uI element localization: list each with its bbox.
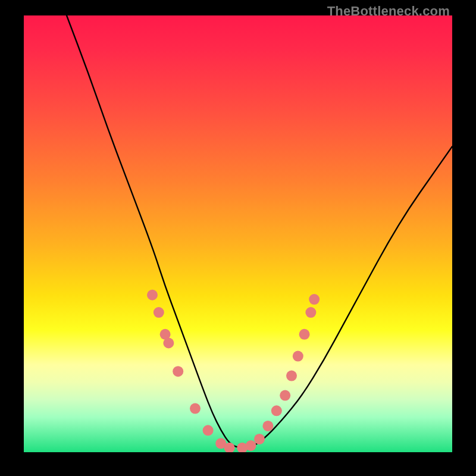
data-marker [154, 307, 164, 318]
bottleneck-curve [67, 15, 452, 448]
data-marker [309, 294, 320, 305]
data-marker [203, 425, 214, 436]
data-marker [293, 351, 303, 362]
plot-area [24, 15, 452, 452]
data-marker [286, 371, 297, 381]
data-marker [190, 403, 201, 414]
chart-frame: TheBottleneck.com [0, 0, 476, 476]
data-marker [173, 366, 183, 377]
data-marker [262, 421, 273, 431]
data-marker [254, 434, 265, 444]
data-marker [305, 307, 316, 318]
data-marker [163, 338, 174, 349]
data-marker [280, 390, 290, 401]
data-marker [147, 290, 158, 300]
data-marker [271, 405, 282, 416]
data-marker [246, 440, 256, 451]
data-marker [299, 329, 310, 340]
marker-layer [147, 290, 320, 452]
chart-svg [24, 15, 452, 452]
